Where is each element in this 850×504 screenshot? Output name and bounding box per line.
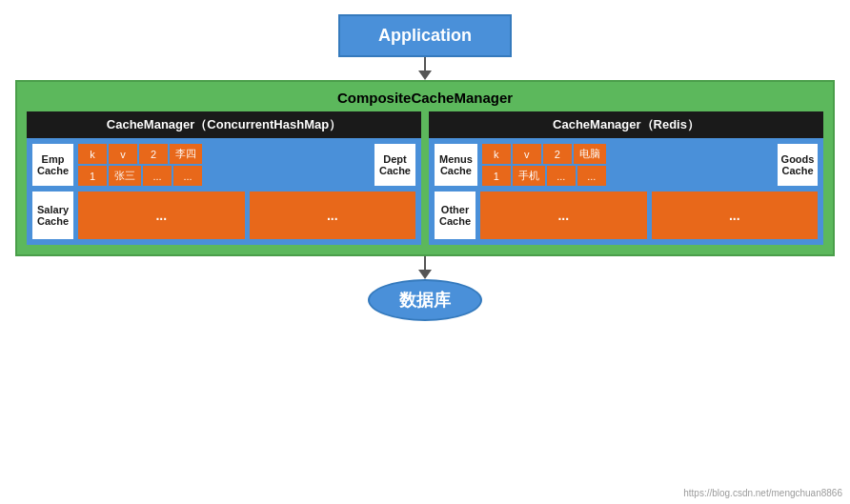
cache-manager-redis-content: MenusCache k v 2 电脑 1: [429, 138, 823, 245]
watermark-text: https://blog.csdn.net/mengchuan8866: [683, 488, 842, 498]
emp-data-row2: 1 张三 ... ...: [78, 166, 370, 186]
menus-cell-2: 2: [543, 144, 572, 164]
emp-data-row1: k v 2 李四: [78, 144, 370, 164]
emp-cell-lisi: 李四: [170, 144, 202, 164]
emp-cell-dot1: ...: [143, 166, 172, 186]
redis-top-row: MenusCache k v 2 电脑 1: [435, 144, 818, 186]
menus-cache-data: k v 2 电脑 1 手机 ... ...: [482, 144, 773, 186]
emp-cell-zhangsan: 张三: [109, 166, 141, 186]
emp-cache-data: k v 2 李四 1 张三 ... ...: [78, 144, 370, 186]
cache-manager-hashmap: CacheManager（ConcurrentHashMap） EmpCache…: [27, 111, 421, 245]
emp-cell-1: 1: [78, 166, 107, 186]
database-ellipse: 数据库: [368, 279, 482, 321]
menus-cell-k: k: [482, 144, 511, 164]
redis-bottom-row: OtherCache ... ...: [435, 192, 818, 239]
arrow-composite-to-db: [418, 256, 432, 279]
composite-cache-manager-label: CompositeCacheManager: [27, 90, 823, 106]
managers-row: CacheManager（ConcurrentHashMap） EmpCache…: [27, 111, 823, 245]
watermark: https://blog.csdn.net/mengchuan8866: [683, 488, 842, 498]
other-placeholder-1: ...: [480, 192, 646, 239]
cache-manager-hashmap-content: EmpCache k v 2 李四 1: [27, 138, 421, 245]
menus-data-row2: 1 手机 ... ...: [482, 166, 773, 186]
arrow-line-1: [424, 57, 426, 71]
salary-cache-label: SalaryCache: [32, 192, 73, 239]
menus-cell-dot2: ...: [577, 166, 606, 186]
menus-data-row1: k v 2 电脑: [482, 144, 773, 164]
menus-cell-diannao: 电脑: [574, 144, 606, 164]
menus-cell-dot1: ...: [547, 166, 576, 186]
emp-cell-2: 2: [139, 144, 168, 164]
menus-cache-label: MenusCache: [435, 144, 477, 186]
goods-cache-label: GoodsCache: [778, 144, 818, 186]
hashmap-top-row: EmpCache k v 2 李四 1: [32, 144, 415, 186]
hashmap-bottom-row: SalaryCache ... ...: [32, 192, 415, 239]
menus-cell-v: v: [513, 144, 541, 164]
emp-cell-dot2: ...: [173, 166, 202, 186]
arrow-line-2: [424, 256, 426, 270]
database-label: 数据库: [399, 289, 451, 312]
emp-cell-k: k: [78, 144, 107, 164]
other-placeholder-2: ...: [652, 192, 818, 239]
composite-cache-manager-box: CompositeCacheManager CacheManager（Concu…: [15, 80, 835, 256]
emp-cache-label: EmpCache: [32, 144, 73, 186]
arrow-head-1: [418, 71, 432, 80]
menus-cell-shouji: 手机: [513, 166, 545, 186]
cache-manager-redis-title: CacheManager（Redis）: [429, 111, 823, 138]
application-label: Application: [378, 26, 472, 45]
dept-cache-label: DeptCache: [374, 144, 415, 186]
main-diagram: Application CompositeCacheManager CacheM…: [0, 0, 850, 504]
arrow-app-to-composite: [418, 57, 432, 80]
application-box: Application: [338, 14, 512, 57]
other-cache-label: OtherCache: [435, 192, 476, 239]
emp-cell-v: v: [109, 144, 137, 164]
menus-cell-1: 1: [482, 166, 511, 186]
salary-placeholder-1: ...: [78, 192, 244, 239]
arrow-head-2: [418, 270, 432, 279]
cache-manager-hashmap-title: CacheManager（ConcurrentHashMap）: [27, 111, 421, 138]
salary-placeholder-2: ...: [250, 192, 415, 239]
cache-manager-redis: CacheManager（Redis） MenusCache k v: [429, 111, 823, 245]
